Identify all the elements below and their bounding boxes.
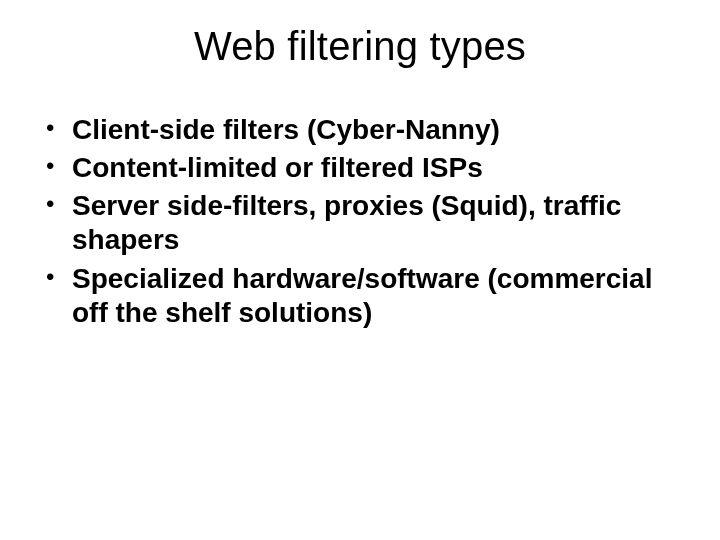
list-item: Server side-filters, proxies (Squid), tr… [42, 189, 690, 257]
slide-title: Web filtering types [30, 24, 690, 69]
list-item: Specialized hardware/software (commercia… [42, 262, 690, 330]
bullet-list: Client-side filters (Cyber-Nanny) Conten… [30, 113, 690, 330]
list-item: Client-side filters (Cyber-Nanny) [42, 113, 690, 147]
list-item: Content-limited or filtered ISPs [42, 151, 690, 185]
